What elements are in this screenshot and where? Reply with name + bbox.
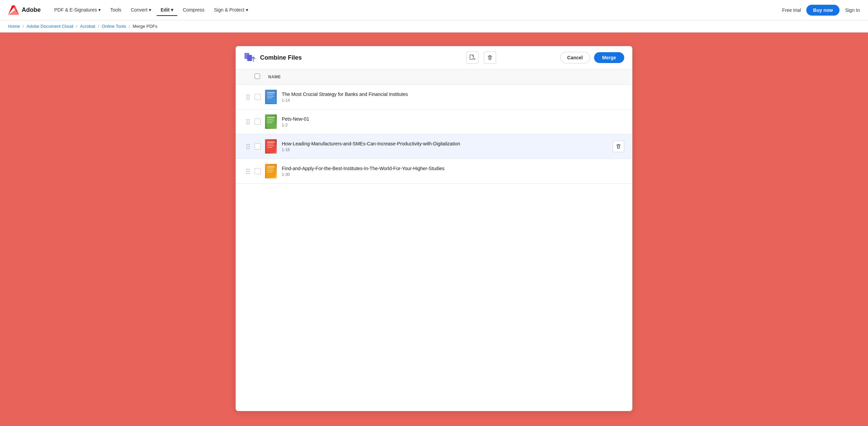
file-item: How-Leading-Manufacturers-and-SMEs-Can-I… — [236, 134, 632, 159]
nav-item-edit[interactable]: Edit ▾ — [157, 4, 177, 16]
breadcrumb-home[interactable]: Home — [8, 24, 20, 29]
svg-rect-4 — [247, 55, 252, 61]
file-thumbnail — [265, 114, 277, 129]
file-thumbnail — [265, 164, 277, 179]
file-list-header: NAME — [236, 69, 632, 85]
file-name: The Most Crucial Strategy for Banks and … — [282, 92, 624, 97]
panel-header-tools — [402, 52, 560, 64]
combine-files-icon — [244, 52, 256, 64]
svg-rect-13 — [267, 94, 273, 95]
delete-selected-button[interactable] — [484, 52, 496, 64]
panel-header: Combine Files — [236, 46, 632, 69]
file-info: Find-and-Apply-For-the-Best-Institutes-I… — [282, 166, 624, 177]
chevron-down-icon: ▾ — [149, 7, 151, 13]
svg-rect-19 — [267, 121, 274, 121]
svg-rect-22 — [267, 142, 275, 143]
drag-handle[interactable] — [244, 119, 252, 124]
nav-right: Free trial Buy now Sign In — [782, 5, 860, 16]
file-item: Find-and-Apply-For-the-Best-Institutes-I… — [236, 159, 632, 184]
file-name: Pets-New-01 — [282, 116, 624, 122]
file-pages: 1-30 — [282, 172, 624, 177]
nav-item-sign-protect[interactable]: Sign & Protect ▾ — [210, 4, 252, 16]
file-delete-button[interactable] — [613, 141, 624, 152]
file-checkbox[interactable] — [255, 168, 261, 174]
svg-rect-17 — [267, 117, 275, 118]
file-info: Pets-New-01 1-2 — [282, 116, 624, 127]
panel-header-actions: Cancel Merge — [560, 52, 624, 63]
breadcrumb-sep-4: / — [129, 24, 130, 29]
file-name: How-Leading-Manufacturers-and-SMEs-Can-I… — [282, 141, 613, 146]
select-all-checkbox[interactable] — [255, 74, 268, 80]
add-file-button[interactable] — [466, 52, 478, 64]
select-all-input[interactable] — [255, 74, 260, 79]
chevron-down-icon: ▾ — [171, 7, 173, 13]
file-item: Pets-New-01 1-2 — [236, 109, 632, 134]
file-checkbox[interactable] — [255, 119, 261, 125]
file-item: The Most Crucial Strategy for Banks and … — [236, 85, 632, 109]
file-info: The Most Crucial Strategy for Banks and … — [282, 92, 624, 103]
file-thumbnail — [265, 89, 277, 104]
breadcrumb-document-cloud[interactable]: Adobe Document Cloud — [26, 24, 73, 29]
name-column-header: NAME — [268, 75, 281, 79]
breadcrumb-sep-1: / — [23, 24, 24, 29]
buy-now-button[interactable]: Buy now — [806, 5, 840, 16]
breadcrumb-online-tools[interactable]: Online Tools — [102, 24, 126, 29]
breadcrumb-sep-2: / — [76, 24, 77, 29]
panel-title: Combine Files — [260, 54, 302, 61]
file-name: Find-and-Apply-For-the-Best-Institutes-I… — [282, 166, 624, 171]
nav-item-convert[interactable]: Convert ▾ — [127, 4, 155, 16]
chevron-down-icon: ▾ — [98, 7, 101, 13]
nav-item-tools[interactable]: Tools — [106, 4, 125, 16]
navigation: Adobe PDF & E-Signatures ▾ Tools Convert… — [0, 0, 868, 20]
svg-rect-15 — [267, 98, 272, 98]
svg-rect-29 — [267, 166, 275, 167]
adobe-logo[interactable]: Adobe — [8, 5, 41, 16]
file-pages: 1-2 — [282, 123, 624, 127]
chevron-down-icon: ▾ — [246, 7, 248, 13]
breadcrumb-current: Merge PDFs — [133, 24, 157, 29]
file-info: How-Leading-Manufacturers-and-SMEs-Can-I… — [282, 141, 613, 152]
breadcrumb-acrobat[interactable]: Acrobat — [80, 24, 95, 29]
nav-item-compress[interactable]: Compress — [179, 4, 209, 16]
svg-rect-30 — [267, 168, 273, 169]
main-content: Combine Files — [0, 33, 868, 425]
breadcrumb-sep-3: / — [98, 24, 99, 29]
nav-items: PDF & E-Signatures ▾ Tools Convert ▾ Edi… — [50, 4, 782, 16]
drag-handle[interactable] — [244, 169, 252, 174]
svg-rect-23 — [267, 144, 273, 144]
file-checkbox[interactable] — [255, 143, 261, 149]
cancel-button[interactable]: Cancel — [560, 52, 590, 63]
file-thumbnail — [265, 139, 277, 154]
drag-handle[interactable] — [244, 144, 252, 149]
sign-in-link[interactable]: Sign In — [845, 7, 860, 13]
svg-rect-12 — [267, 92, 275, 93]
combine-files-panel: Combine Files — [236, 46, 632, 411]
drag-handle[interactable] — [244, 95, 252, 100]
free-trial-link[interactable]: Free trial — [782, 7, 801, 13]
merge-button[interactable]: Merge — [594, 52, 624, 63]
panel-header-left: Combine Files — [244, 52, 402, 64]
svg-rect-18 — [267, 119, 273, 120]
nav-item-pdf-signatures[interactable]: PDF & E-Signatures ▾ — [50, 4, 105, 16]
file-pages: 1-14 — [282, 98, 624, 103]
file-pages: 1-16 — [282, 147, 613, 152]
svg-rect-14 — [267, 96, 274, 97]
breadcrumb: Home / Adobe Document Cloud / Acrobat / … — [0, 20, 868, 33]
svg-rect-20 — [267, 122, 272, 123]
file-checkbox[interactable] — [255, 94, 261, 100]
svg-rect-32 — [267, 172, 272, 173]
svg-rect-24 — [267, 145, 274, 146]
svg-rect-25 — [267, 147, 272, 148]
svg-rect-31 — [267, 170, 274, 171]
logo-text: Adobe — [22, 6, 41, 14]
